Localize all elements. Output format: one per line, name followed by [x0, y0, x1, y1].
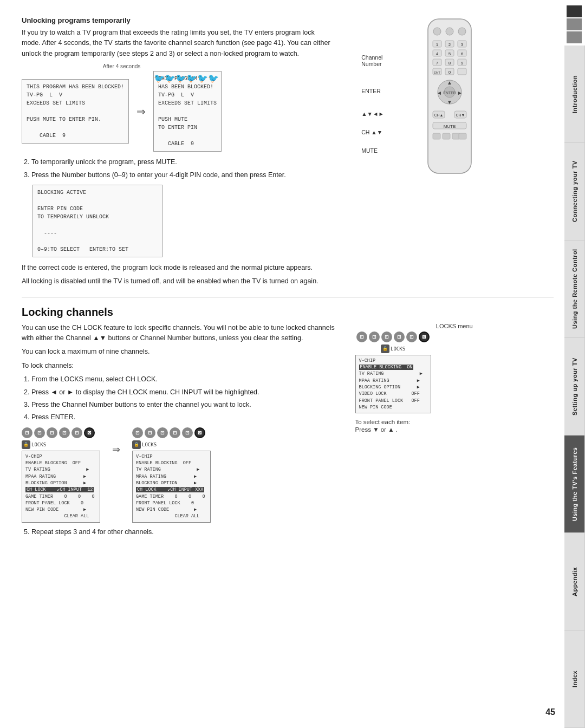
tab-remote-control[interactable]: Using the Remote Control — [564, 240, 585, 338]
tab-appendix[interactable]: Appendix — [564, 533, 585, 630]
section2-para1: You can use the CH LOCK feature to lock … — [22, 323, 344, 344]
lm-icon1: ⊡ — [356, 332, 367, 342]
tab-setting-up[interactable]: Setting up your TV — [564, 338, 585, 435]
mute-label: MUTE — [361, 147, 570, 154]
menu-box-1: V-CHIP ENABLE BLOCKING OFF TV RATING ▶ M… — [22, 451, 100, 523]
icon2-6-selected: ⊠ — [194, 427, 205, 438]
channel-number-label: ChannelNumber — [361, 54, 570, 67]
icon4: ⊡ — [59, 427, 70, 438]
bottom-section: You can use the CH LOCK feature to lock … — [22, 323, 554, 542]
blocking-screen: BLOCKING ACTIVE ENTER PIN CODE TO TEMPOR… — [32, 185, 162, 257]
press-symbol: ▼ or ▲ . — [373, 426, 398, 433]
svg-text:2: 2 — [448, 42, 451, 47]
step5-list: Repeat steps 3 and 4 for other channels. — [31, 527, 344, 537]
right-col: 1 2 3 4 5 6 7 8 9 EN — [345, 16, 554, 290]
lm-icon4: ⊡ — [394, 332, 405, 342]
svg-point-1 — [433, 28, 441, 35]
icon2-3: ⊡ — [157, 427, 168, 438]
step1: From the LOCKS menu, select CH LOCK. — [31, 374, 344, 385]
section2-para2: You can lock a maximum of nine channels. — [22, 347, 344, 357]
icon2-1: ⊡ — [132, 427, 143, 438]
step3: Press the Number buttons (0–9) to enter … — [31, 170, 334, 180]
section1-heading: Unlocking programs temporarily — [22, 16, 334, 24]
sidebar-top-blocks — [564, 0, 585, 46]
icon2-5: ⊡ — [182, 427, 193, 438]
locks-icon-1: 🔒 LOCKS — [22, 440, 100, 449]
sidebar-block-2 — [567, 18, 582, 30]
svg-text:1: 1 — [435, 42, 438, 47]
locks-main-icon: 🔒 LOCKS — [381, 344, 405, 353]
icon5: ⊡ — [72, 427, 82, 438]
lm-icon2: ⊡ — [369, 332, 380, 342]
blocking-screen-wrap: BLOCKING ACTIVE ENTER PIN CODE TO TEMPOR… — [32, 185, 334, 257]
section1-para1: If you try to watch a TV program that ex… — [22, 28, 334, 59]
lm-icon6: ⊠ — [419, 332, 430, 342]
to-lock-label: To lock channels: — [22, 361, 344, 371]
locks-icon-2: 🔒 LOCKS — [132, 440, 211, 449]
lm-icon3: ⊡ — [381, 332, 392, 342]
page-number: 45 — [545, 707, 555, 717]
main-content: Unlocking programs temporarily If you tr… — [0, 0, 564, 558]
arrow-2: ⇒ — [109, 444, 123, 456]
tab-index[interactable]: Index — [564, 630, 585, 728]
tab-connecting[interactable]: Connecting your TV — [564, 143, 585, 240]
icon6-selected: ⊠ — [84, 427, 95, 438]
press-text: Press — [355, 426, 371, 433]
menu-box-2: V-CHIP ENABLE BLOCKING OFF TV RATING ▶ M… — [132, 451, 211, 523]
locks-menu-label: LOCKS menu — [436, 323, 473, 329]
sidebar-block-3 — [567, 31, 582, 43]
screen-pair-1: After 4 seconds THIS PROGRAM HAS BEEN BL… — [22, 63, 334, 152]
after4seconds-label: After 4 seconds — [103, 63, 140, 69]
press-symbol-wrap: Press ▼ or ▲ . — [355, 426, 398, 433]
arrow-1: ⇒ — [133, 105, 149, 118]
menu-screen-2-wrap: ⊡ ⊡ ⊡ ⊡ ⊡ ⊠ 🔒 LOCKS V-CHIP ENABLE BLOCKI… — [132, 427, 211, 523]
step5: Repeat steps 3 and 4 for other channels. — [31, 527, 344, 537]
menu-icons-2: ⊡ ⊡ ⊡ ⊡ ⊡ ⊠ — [132, 427, 211, 438]
lm-icon5: ⊡ — [406, 332, 417, 342]
screen2: 🐦🐦🐦🐦🐦🐦 THIS PROGRAM HAS BEEN BLOCKED! TV… — [153, 71, 222, 152]
before-screen-wrap: After 4 seconds THIS PROGRAM HAS BEEN BL… — [22, 63, 222, 152]
left-col: Unlocking programs temporarily If you tr… — [22, 16, 334, 290]
section2-heading: Locking channels — [22, 306, 554, 318]
bottom-left: You can use the CH LOCK feature to lock … — [22, 323, 344, 542]
icon2: ⊡ — [34, 427, 45, 438]
tab-features[interactable]: Using the TV's Features — [564, 435, 585, 533]
locks-main-menu: V-CHIP ENABLE BLOCKING ON TV RATING ▶ MP… — [355, 355, 431, 414]
top-section: Unlocking programs temporarily If you tr… — [22, 16, 554, 290]
to-select-label: To select each item: — [355, 419, 411, 425]
menu-screens: ⊡ ⊡ ⊡ ⊡ ⊡ ⊠ 🔒 LOCKS V-CHIP ENABLE BLOCKI… — [22, 427, 344, 523]
step4-lock: Press ENTER. — [31, 412, 344, 422]
icon2-4: ⊡ — [170, 427, 180, 438]
icon3: ⊡ — [47, 427, 57, 438]
icon2-2: ⊡ — [145, 427, 155, 438]
svg-point-2 — [446, 28, 453, 35]
bottom-right: LOCKS menu ⊡ ⊡ ⊡ ⊡ ⊡ ⊠ 🔒 LOCKS V-CHIP E — [355, 323, 554, 542]
svg-point-3 — [458, 28, 466, 35]
screens-with-arrow: THIS PROGRAM HAS BEEN BLOCKED! TV-PG L V… — [22, 71, 222, 152]
divider — [22, 297, 554, 297]
step2-lock: Press ◄ or ► to display the CH LOCK menu… — [31, 387, 344, 398]
menu-screen-1-wrap: ⊡ ⊡ ⊡ ⊡ ⊡ ⊠ 🔒 LOCKS V-CHIP ENABLE BLOCKI… — [22, 427, 100, 523]
menu-icons-1: ⊡ ⊡ ⊡ ⊡ ⊡ ⊠ — [22, 427, 100, 438]
arrows-label: ▲▼◄► — [361, 110, 570, 117]
section1-para3: All locking is disabled until the TV is … — [22, 276, 334, 287]
icon1: ⊡ — [22, 427, 32, 438]
locks-menu-remote: ⊡ ⊡ ⊡ ⊡ ⊡ ⊠ 🔒 LOCKS V-CHIP ENABLE BLOCKI… — [355, 332, 431, 414]
step3-lock: Press the Channel Number buttons to ente… — [31, 400, 344, 410]
section1-para2: If the correct code is entered, the prog… — [22, 263, 334, 273]
ch-label: CH ▲▼ — [361, 129, 570, 135]
enter-label: ENTER — [361, 88, 570, 94]
remote-labels: ChannelNumber ENTER ▲▼◄► CH ▲▼ MUTE — [361, 54, 570, 154]
section1-steps-2-3: To temporarily unlock the program, press… — [31, 157, 334, 180]
step2: To temporarily unlock the program, press… — [31, 157, 334, 167]
locks-menu-icon-row: ⊡ ⊡ ⊡ ⊡ ⊡ ⊠ — [356, 332, 430, 342]
section2-steps: From the LOCKS menu, select CH LOCK. Pre… — [31, 374, 344, 423]
screen1: THIS PROGRAM HAS BEEN BLOCKED! TV-PG L V… — [22, 79, 129, 144]
svg-text:3: 3 — [460, 42, 463, 47]
sidebar-block-1 — [567, 5, 582, 17]
